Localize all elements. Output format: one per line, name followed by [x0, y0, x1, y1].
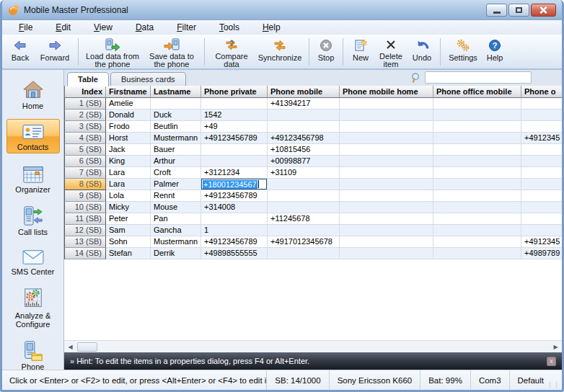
cell-fn[interactable]: King: [106, 156, 151, 167]
cell-pmh[interactable]: [340, 225, 433, 236]
menu-view[interactable]: View: [87, 21, 119, 34]
sidebar-item-organizer[interactable]: Organizer: [6, 160, 60, 196]
cell-ln[interactable]: Derrik: [151, 248, 201, 259]
cell-pp[interactable]: +49123456789: [201, 190, 268, 202]
menu-tools[interactable]: Tools: [213, 21, 246, 34]
synchronize-button[interactable]: Synchronize: [255, 36, 305, 68]
cell-pom[interactable]: [433, 236, 521, 248]
column-header-firstname[interactable]: Firstname: [106, 86, 151, 98]
cell-fn[interactable]: Lara: [106, 167, 151, 179]
cell-pom[interactable]: [433, 133, 521, 144]
cell-pp[interactable]: +314008: [201, 202, 268, 213]
row-index-cell[interactable]: 3 (SB): [64, 121, 106, 133]
cell-ln[interactable]: Rennt: [151, 190, 201, 202]
save-data-button[interactable]: Save data to the phone: [143, 36, 201, 68]
delete-item-button[interactable]: Delete item: [374, 36, 407, 68]
row-index-cell[interactable]: 6 (SB): [64, 156, 106, 167]
cell-pmh[interactable]: [340, 156, 433, 167]
row-index-cell[interactable]: 13 (SB): [64, 236, 106, 248]
row-index-cell[interactable]: 2 (SB): [64, 110, 106, 121]
hint-close-icon[interactable]: x: [547, 357, 556, 366]
cell-pom[interactable]: [433, 213, 521, 225]
close-button[interactable]: [531, 4, 556, 17]
row-index-cell[interactable]: 1 (SB): [64, 98, 106, 110]
cell-ln[interactable]: Mouse: [151, 202, 201, 213]
menu-edit[interactable]: Edit: [49, 21, 77, 34]
cell-ln[interactable]: Mustermann: [151, 133, 201, 144]
cell-pmh[interactable]: [340, 213, 433, 225]
cell-pm[interactable]: +11245678: [268, 213, 340, 225]
cell-fn[interactable]: Jack: [106, 144, 151, 156]
menu-file[interactable]: File: [12, 21, 39, 34]
cell-fn[interactable]: Micky: [106, 202, 151, 213]
load-data-button[interactable]: Load data from the phone: [82, 36, 143, 68]
cell-pp[interactable]: [201, 213, 268, 225]
cell-pom[interactable]: [433, 225, 521, 236]
row-index-cell-selected[interactable]: 8 (SB): [64, 179, 106, 190]
column-header-phone-o[interactable]: Phone o: [521, 86, 562, 98]
cell-pmh[interactable]: [340, 179, 433, 190]
row-index-cell[interactable]: 4 (SB): [64, 133, 106, 144]
sidebar-item-call-lists[interactable]: Call lists: [6, 202, 60, 239]
cell-ln[interactable]: Beutlin: [151, 121, 201, 133]
cell-pp[interactable]: 1: [201, 225, 268, 236]
cell-pom[interactable]: [433, 144, 521, 156]
cell-pom[interactable]: [433, 248, 521, 259]
cell-fn[interactable]: Horst: [106, 133, 151, 144]
cell-pm[interactable]: [268, 202, 340, 213]
cell-pp[interactable]: +49123456789: [201, 236, 268, 248]
cell-po[interactable]: [521, 202, 562, 213]
tab-table[interactable]: Table: [67, 72, 109, 86]
row-index-cell[interactable]: 10 (SB): [64, 202, 106, 213]
cell-pom[interactable]: [433, 179, 521, 190]
cell-pp[interactable]: +49: [201, 121, 268, 133]
cell-po[interactable]: [521, 98, 562, 110]
cell-fn[interactable]: Peter: [106, 213, 151, 225]
row-index-cell[interactable]: 12 (SB): [64, 225, 106, 236]
cell-pp[interactable]: 1542: [201, 110, 268, 121]
scroll-right-icon[interactable]: ▶: [550, 342, 561, 352]
cell-pm[interactable]: [268, 248, 340, 259]
cell-ln[interactable]: Gancha: [151, 225, 201, 236]
settings-button[interactable]: Settings: [444, 36, 482, 68]
maximize-button[interactable]: [508, 4, 529, 17]
cell-fn[interactable]: Donald: [106, 110, 151, 121]
cell-pmh[interactable]: [340, 202, 433, 213]
cell-pp[interactable]: +49898555555: [201, 248, 268, 259]
cell-pom[interactable]: [433, 167, 521, 179]
column-header-phone-private[interactable]: Phone private: [201, 86, 268, 98]
column-header-lastname[interactable]: Lastname: [151, 86, 201, 98]
menu-help[interactable]: Help: [256, 21, 287, 34]
column-header-phone-office-mobile[interactable]: Phone office mobile: [433, 86, 521, 98]
cell-pmh[interactable]: [340, 167, 433, 179]
cell-ln[interactable]: Pan: [151, 213, 201, 225]
cell-ln[interactable]: Duck: [151, 110, 201, 121]
cell-fn[interactable]: Sohn: [106, 236, 151, 248]
cell-pmh[interactable]: [340, 98, 433, 110]
cell-ln[interactable]: Bauer: [151, 144, 201, 156]
cell-pm[interactable]: +49123456798: [268, 133, 340, 144]
cell-pm[interactable]: [268, 190, 340, 202]
cell-pm[interactable]: +00998877: [268, 156, 340, 167]
cell-pmh[interactable]: [340, 110, 433, 121]
cell-pom[interactable]: [433, 156, 521, 167]
cell-po[interactable]: [521, 213, 562, 225]
new-button[interactable]: New: [347, 36, 374, 68]
minimize-button[interactable]: [486, 4, 507, 17]
cell-ln[interactable]: [151, 98, 201, 110]
cell-pm[interactable]: +31109: [268, 167, 340, 179]
menu-data[interactable]: Data: [129, 21, 160, 34]
sidebar-item-phone-explorer[interactable]: Phone Explorer: [6, 337, 60, 370]
row-index-cell[interactable]: 11 (SB): [64, 213, 106, 225]
cell-pom[interactable]: [433, 98, 521, 110]
cell-pm[interactable]: [268, 121, 340, 133]
cell-pp[interactable]: [201, 156, 268, 167]
sidebar-item-home[interactable]: Home: [6, 76, 60, 112]
sidebar-item-sms-center[interactable]: SMS Center: [6, 245, 60, 278]
help-button[interactable]: ? Help: [482, 36, 508, 68]
cell-po[interactable]: [521, 121, 562, 133]
cell-fn[interactable]: Stefan: [106, 248, 151, 259]
cell-fn[interactable]: Sam: [106, 225, 151, 236]
title-bar[interactable]: Mobile Master Professional: [2, 0, 562, 20]
cell-pom[interactable]: [433, 190, 521, 202]
